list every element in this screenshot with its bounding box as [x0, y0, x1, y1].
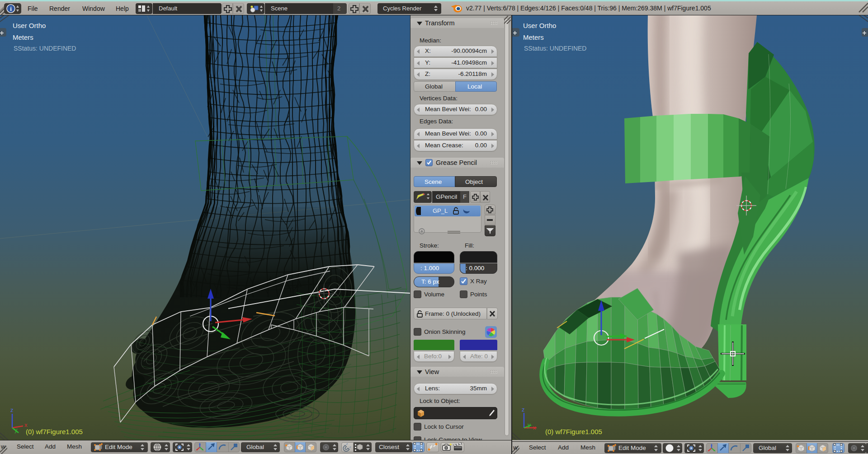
svg-text:z: z [522, 406, 525, 413]
svg-text:User Ortho: User Ortho [523, 22, 556, 29]
svg-text:x: x [533, 424, 536, 431]
svg-text:Meters: Meters [13, 33, 33, 41]
svg-text:Meters: Meters [523, 33, 544, 41]
svg-text:User Ortho: User Ortho [13, 22, 46, 29]
svg-text:z: z [10, 407, 14, 413]
svg-text:SStatus: UNDEFINED: SStatus: UNDEFINED [524, 45, 586, 52]
svg-text:(0) wf7Figure1.005: (0) wf7Figure1.005 [26, 428, 83, 435]
svg-text:y: y [528, 421, 531, 428]
svg-text:y: y [14, 426, 18, 433]
svg-text:SStatus: UNDEFINED: SStatus: UNDEFINED [14, 45, 76, 52]
svg-text:i: i [10, 5, 12, 12]
svg-text:(0) wf7Figure1.005: (0) wf7Figure1.005 [545, 428, 602, 435]
svg-text:x: x [24, 421, 28, 428]
